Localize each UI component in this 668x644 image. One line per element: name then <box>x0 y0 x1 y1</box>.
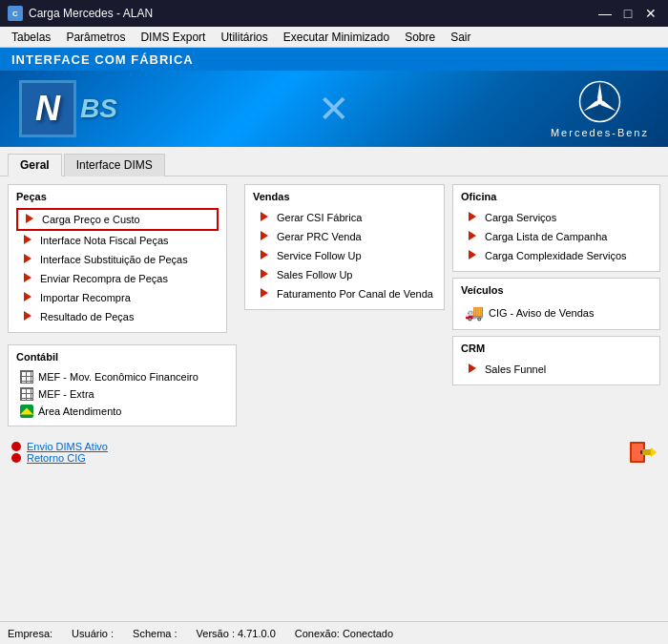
menu-dims-export[interactable]: DIMS Export <box>133 29 213 46</box>
title-bar: C Carga Mercedes - ALAN — □ ✕ <box>0 0 668 27</box>
tabs-area: Geral Interface DIMS <box>0 147 668 177</box>
status-usuario: Usuário : <box>72 628 114 639</box>
indicator-envio: Envio DIMS Ativo <box>11 441 108 452</box>
arrow-icon-resultado-pecas <box>20 309 35 324</box>
label-retorno: Retorno CIG <box>27 452 86 464</box>
arrow-icon-gerar-csi <box>257 210 272 225</box>
arrow-icon-service-follow-up <box>257 248 272 263</box>
crm-panel: CRM Sales Funnel <box>452 336 660 385</box>
status-empresa: Empresa: <box>8 628 52 639</box>
status-versao: Versão : 4.71.0.0 <box>197 628 276 639</box>
arrow-icon-enviar-recompra <box>20 271 35 286</box>
arrow-icon-carga-lista <box>465 229 480 244</box>
banner-text: INTERFACE COM FÁBRICA <box>11 52 194 67</box>
arrow-icon-faturamento <box>257 286 272 301</box>
right-column: Oficina Carga Serviços Carga Lista de Ca… <box>452 184 660 426</box>
pecas-title: Peças <box>16 191 219 202</box>
close-button[interactable]: ✕ <box>641 4 660 23</box>
item-gerar-csi[interactable]: Gerar CSI Fábrica <box>253 208 436 227</box>
item-sales-funnel[interactable]: Sales Funnel <box>461 360 652 379</box>
pecas-panel: Peças Carga Preço e Custo Interface Nota… <box>8 184 227 333</box>
item-sales-follow-up[interactable]: Sales Follow Up <box>253 265 436 284</box>
menu-utilitarios[interactable]: Utilitários <box>213 29 275 46</box>
left-column: Peças Carga Preço e Custo Interface Nota… <box>8 184 237 426</box>
item-enviar-recompra[interactable]: Enviar Recompra de Peças <box>16 269 219 288</box>
veiculos-title: Veículos <box>461 284 652 296</box>
truck-icon: 🚚 <box>465 303 484 322</box>
grid-icon-mef-mov <box>20 370 33 384</box>
minimize-button[interactable]: — <box>595 4 615 23</box>
nbs-n-letter: N <box>19 80 76 137</box>
title-text: Carga Mercedes - ALAN <box>29 7 153 20</box>
dot-envio <box>11 442 21 451</box>
label-envio: Envio DIMS Ativo <box>27 441 108 452</box>
item-cig-aviso[interactable]: 🚚 CIG - Aviso de Vendas <box>461 301 652 323</box>
item-faturamento[interactable]: Faturamento Por Canal de Venda <box>253 284 436 303</box>
title-bar-left: C Carga Mercedes - ALAN <box>8 6 153 21</box>
item-interface-subst[interactable]: Interface Substituição de Peças <box>16 250 219 269</box>
arrow-icon-importar-recompra <box>20 290 35 305</box>
status-schema: Schema : <box>133 628 177 639</box>
mercedes-text: Mercedes-Benz <box>551 127 649 138</box>
item-mef-mov[interactable]: MEF - Mov. Econômico Financeiro <box>16 368 228 385</box>
contabil-title: Contábil <box>16 351 228 363</box>
status-conexao: Conexão: Conectado <box>295 628 393 639</box>
svg-point-5 <box>596 98 602 104</box>
item-interface-nf[interactable]: Interface Nota Fiscal Peças <box>16 231 219 250</box>
svg-rect-10 <box>640 450 642 454</box>
main-content: Peças Carga Preço e Custo Interface Nota… <box>0 177 668 434</box>
nbs-bs-letters: BS <box>80 93 117 124</box>
arrow-icon-carga-preco <box>22 212 37 227</box>
exit-button[interactable] <box>628 438 657 467</box>
brazil-icon-atendimento <box>20 405 33 418</box>
mercedes-logo: Mercedes-Benz <box>551 80 649 138</box>
veiculos-panel: Veículos 🚚 CIG - Aviso de Vendas <box>452 278 660 330</box>
menu-executar[interactable]: Executar Minimizado <box>276 29 397 46</box>
menu-bar: Tabelas Parâmetros DIMS Export Utilitári… <box>0 27 668 48</box>
indicators: Envio DIMS Ativo Retorno CIG <box>11 441 108 464</box>
crm-title: CRM <box>461 343 652 354</box>
indicator-retorno: Retorno CIG <box>11 452 108 464</box>
item-service-follow-up[interactable]: Service Follow Up <box>253 246 436 265</box>
oficina-panel: Oficina Carga Serviços Carga Lista de Ca… <box>452 184 660 272</box>
item-carga-preco[interactable]: Carga Preço e Custo <box>16 208 219 231</box>
arrow-icon-interface-nf <box>20 233 35 248</box>
status-bar: Empresa: Usuário : Schema : Versão : 4.7… <box>0 621 668 644</box>
item-resultado-pecas[interactable]: Resultado de Peças <box>16 307 219 326</box>
app-icon: C <box>8 6 23 21</box>
item-carga-servicos[interactable]: Carga Serviços <box>461 208 652 227</box>
menu-sair[interactable]: Sair <box>443 29 478 46</box>
oficina-title: Oficina <box>461 191 652 202</box>
item-mef-extra[interactable]: MEF - Extra <box>16 385 228 403</box>
item-area-atendimento[interactable]: Área Atendimento <box>16 403 228 420</box>
item-carga-lista[interactable]: Carga Lista de Campanha <box>461 227 652 246</box>
arrow-icon-interface-subst <box>20 252 35 267</box>
menu-sobre[interactable]: Sobre <box>397 29 443 46</box>
grid-icon-mef-extra <box>20 387 33 401</box>
vendas-panel: Vendas Gerar CSI Fábrica Gerar PRC Venda <box>244 184 445 310</box>
mid-column: Vendas Gerar CSI Fábrica Gerar PRC Venda <box>244 184 445 426</box>
menu-tabelas[interactable]: Tabelas <box>4 29 58 46</box>
contabil-panel: Contábil MEF - Mov. Econômico Financeiro… <box>8 344 237 426</box>
item-importar-recompra[interactable]: Importar Recompra <box>16 288 219 307</box>
item-gerar-prc[interactable]: Gerar PRC Venda <box>253 227 436 246</box>
dot-retorno <box>11 453 21 463</box>
svg-marker-9 <box>651 447 657 457</box>
exit-icon-svg <box>628 438 657 467</box>
item-carga-complexidade[interactable]: Carga Complexidade Serviços <box>461 246 652 265</box>
mercedes-star-icon <box>578 80 621 123</box>
window-controls: — □ ✕ <box>595 4 660 23</box>
maximize-button[interactable]: □ <box>618 4 637 23</box>
menu-parametros[interactable]: Parâmetros <box>58 29 133 46</box>
vendas-title: Vendas <box>253 191 436 202</box>
arrow-icon-sales-funnel <box>465 362 480 377</box>
arrow-icon-carga-servicos <box>465 210 480 225</box>
top-sections: Peças Carga Preço e Custo Interface Nota… <box>8 184 660 426</box>
tab-interface-dims[interactable]: Interface DIMS <box>64 154 165 177</box>
logo-area: N BS ✕ Mercedes-Benz <box>0 71 668 147</box>
arrow-icon-sales-follow-up <box>257 267 272 282</box>
tab-geral[interactable]: Geral <box>8 154 62 177</box>
arrow-icon-carga-complexidade <box>465 248 480 263</box>
interface-banner: INTERFACE COM FÁBRICA <box>0 48 668 71</box>
bottom-area: Envio DIMS Ativo Retorno CIG <box>0 434 668 470</box>
